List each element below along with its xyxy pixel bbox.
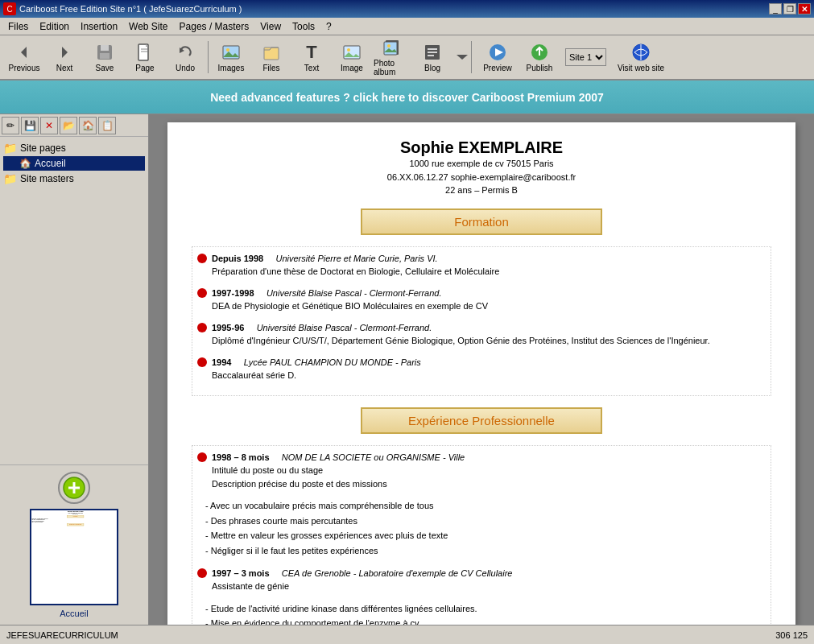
menu-pages-masters[interactable]: Pages / Masters — [175, 19, 254, 34]
next-button[interactable]: Next — [45, 37, 84, 77]
publish-icon — [530, 43, 549, 62]
save-tool-button[interactable]: 💾 — [21, 117, 39, 134]
menu-webite[interactable]: Web Site — [124, 19, 172, 34]
bullet-3 — [197, 357, 207, 367]
formation-entry-0: Depuis 1998 Université Pierre et Marie C… — [197, 252, 766, 279]
experience-bullets-0: - Avec un vocabulaire précis mais compré… — [205, 498, 766, 559]
home-tool-button[interactable]: 🏠 — [79, 117, 97, 134]
folder-tool-button[interactable]: 📂 — [60, 117, 77, 134]
formation-entry-0-content: Depuis 1998 Université Pierre et Marie C… — [212, 252, 766, 279]
titlebar-left: C Cariboost Free Edition Site n°1 ( Jefe… — [3, 2, 242, 15]
minimize-button[interactable]: _ — [769, 3, 782, 14]
files-icon — [262, 43, 281, 62]
menubar: Files Edition Insertion Web Site Pages /… — [0, 18, 814, 35]
formation-entry-3: 1994 Lycée PAUL CHAMPION DU MONDE - Pari… — [197, 356, 766, 382]
bullet2-item-0: - Etude de l'activité uridine kinase dan… — [205, 601, 766, 617]
photo-album-button[interactable]: Photo album — [373, 37, 411, 77]
site-dropdown[interactable]: Site 1 Site 2 — [565, 48, 606, 66]
blog-icon — [423, 43, 442, 62]
content-area[interactable]: Sophie EXEMPLAIRE 1000 rue exemple de cv… — [149, 114, 814, 625]
formation-entry-1-content: 1997-1998 Université Blaise Pascal - Cle… — [212, 287, 766, 313]
bullet-item-3: - Négliger si il le faut les petites exp… — [205, 543, 766, 559]
previous-button[interactable]: Previous — [5, 37, 43, 77]
page-canvas: Sophie EXEMPLAIRE 1000 rue exemple de cv… — [167, 122, 795, 625]
formation-desc-1: DEA de Physiologie et Génétique BIO Molé… — [212, 301, 488, 311]
menu-edition[interactable]: Edition — [35, 19, 74, 34]
banner[interactable]: Need advanced features ? click here to d… — [0, 80, 814, 114]
experience-content: 1998 – 8 mois NOM DE LA SOCIETE ou ORGAN… — [192, 445, 771, 625]
formation-section: Formation — [192, 208, 771, 235]
banner-text[interactable]: Need advanced features ? click here to d… — [210, 91, 604, 104]
save-button[interactable]: Save — [85, 37, 124, 77]
menu-help[interactable]: ? — [321, 19, 337, 34]
toolbar-right: Preview Publish Site 1 Site 2 Visit web … — [478, 37, 669, 77]
preview-icon — [488, 43, 507, 62]
menu-view[interactable]: View — [255, 19, 286, 34]
tree-folder-site-masters[interactable]: 📁 Site masters — [3, 171, 145, 187]
svg-point-11 — [226, 48, 229, 52]
titlebar-controls[interactable]: _ ❐ ✕ — [769, 3, 811, 14]
formation-entry-2: 1995-96 Université Blaise Pascal - Clerm… — [197, 321, 766, 348]
svg-rect-4 — [100, 53, 109, 59]
svg-rect-18 — [384, 42, 397, 55]
svg-rect-13 — [264, 47, 279, 60]
undo-label: Undo — [176, 64, 195, 72]
publish-button[interactable]: Publish — [520, 37, 559, 77]
bullet-1 — [197, 288, 207, 298]
restore-button[interactable]: ❐ — [783, 3, 796, 14]
preview-button[interactable]: Preview — [478, 37, 517, 77]
visit-icon — [631, 43, 651, 62]
text-button[interactable]: T Text — [292, 37, 331, 77]
undo-button[interactable]: Undo — [166, 37, 205, 77]
tree-folder-site-pages[interactable]: 📁 Site pages — [3, 140, 145, 156]
formation-desc-0: Préparation d'une thèse de Doctorat en B… — [212, 266, 499, 276]
formation-org-0: Université Pierre et Marie Curie, Paris … — [275, 254, 437, 263]
image-icon — [342, 43, 362, 62]
menu-insertion[interactable]: Insertion — [76, 19, 122, 34]
visit-website-label: Visit web site — [618, 64, 664, 72]
svg-point-19 — [387, 44, 390, 47]
formation-org-2: Université Blaise Pascal - Clermont-Ferr… — [257, 323, 432, 332]
experience-desc-0: Intitulé du poste ou du stageDescription… — [212, 465, 387, 489]
text-label: Text — [304, 64, 319, 72]
menu-files[interactable]: Files — [3, 19, 33, 34]
experience-entry-0: 1998 – 8 mois NOM DE LA SOCIETE ou ORGAN… — [197, 451, 766, 491]
page-thumbnail[interactable]: Sophie EXEMPLAIRE 1000 rue exemple de cv… — [30, 509, 118, 605]
menu-tools[interactable]: Tools — [287, 19, 320, 34]
app-title: Cariboost Free Edition Site n°1 ( JefeSu… — [19, 4, 242, 14]
text-icon: T — [302, 43, 321, 62]
delete-tool-button[interactable]: ✕ — [40, 117, 58, 134]
page-thumb-label: Accueil — [60, 609, 88, 618]
formation-title: Formation — [361, 208, 602, 235]
images-button[interactable]: Images — [212, 37, 250, 77]
image-button[interactable]: Image — [333, 37, 371, 77]
cv-details: 22 ans – Permis B — [192, 184, 771, 197]
experience-title: Expérience Professionnelle — [361, 407, 602, 434]
formation-content: Depuis 1998 Université Pierre et Marie C… — [192, 246, 771, 396]
page-button[interactable]: Page — [126, 37, 164, 77]
bullet-2 — [197, 323, 207, 332]
tree-folder-site-masters-label: Site masters — [20, 173, 74, 184]
next-label: Next — [56, 64, 73, 72]
next-icon — [55, 43, 74, 62]
formation-entry-3-content: 1994 Lycée PAUL CHAMPION DU MONDE - Pari… — [212, 356, 766, 382]
formation-entry-2-content: 1995-96 Université Blaise Pascal - Clerm… — [212, 321, 766, 348]
copy-tool-button[interactable]: 📋 — [98, 117, 116, 134]
add-page-button[interactable] — [58, 472, 90, 504]
tree-item-accueil[interactable]: 🏠 Accueil — [3, 156, 145, 171]
files-button[interactable]: Files — [252, 37, 291, 77]
files-label: Files — [262, 64, 279, 72]
tree-folder-site-pages-label: Site pages — [20, 142, 66, 154]
svg-marker-0 — [21, 47, 27, 58]
image-label: Image — [341, 64, 363, 72]
close-button[interactable]: ✕ — [798, 3, 811, 14]
blog-button[interactable]: Blog — [413, 37, 452, 77]
experience-section: Expérience Professionnelle — [192, 407, 771, 434]
edit-tool-button[interactable]: ✏ — [2, 117, 19, 134]
svg-marker-1 — [62, 47, 68, 58]
experience-entry-0-content: 1998 – 8 mois NOM DE LA SOCIETE ou ORGAN… — [212, 451, 766, 491]
cv-address: 1000 rue exemple de cv 75015 Paris — [192, 157, 771, 171]
visit-website-button[interactable]: Visit web site — [613, 37, 669, 77]
experience-entry-1-content: 1997 – 3 mois CEA de Grenoble - Laborato… — [212, 567, 766, 593]
cv-name: Sophie EXEMPLAIRE — [192, 138, 771, 157]
